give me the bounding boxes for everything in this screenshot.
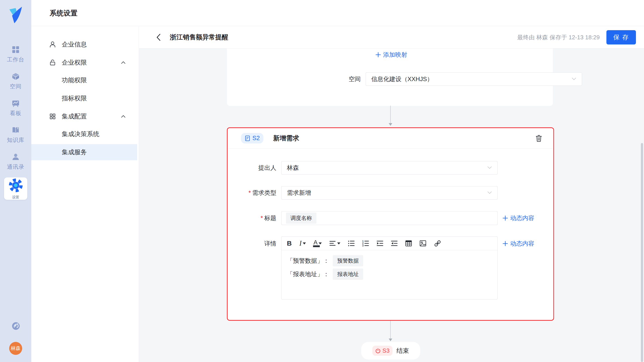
chevron-up-icon (121, 61, 126, 64)
rail-item-workbench[interactable]: 工作台 (0, 46, 31, 63)
plus-icon (376, 52, 381, 57)
app-logo-icon (8, 5, 23, 25)
demand-type-select-value: 需求新增 (287, 189, 311, 197)
proposer-label: 提出人 (228, 164, 281, 172)
detail-field-row: 详情 B I A 123 (228, 236, 553, 299)
rail-item-settings[interactable]: 设置 (4, 178, 27, 200)
indent-icon[interactable] (376, 240, 383, 246)
link-icon[interactable] (434, 240, 441, 247)
sidebar-item-label: 功能权限 (62, 76, 87, 84)
space-select-value: 信息化建设（XXHJS） (371, 75, 433, 83)
ordered-list-icon[interactable]: 123 (362, 240, 369, 246)
delete-node-icon[interactable] (536, 135, 542, 142)
sidebar-item-label: 集成决策系统 (62, 130, 99, 138)
s2-node-title: 新增需求 (273, 134, 299, 143)
s3-node-title: 结束 (396, 347, 409, 355)
editor-line-text: 「报表地址」： (287, 270, 329, 278)
space-field-label: 空间 (227, 75, 366, 83)
bold-icon[interactable]: B (287, 240, 292, 247)
dynamic-content-label: 动态内容 (510, 240, 534, 248)
title-dynamic-content-link[interactable]: 动态内容 (502, 214, 534, 222)
editor-toolbar: B I A 123 (282, 237, 498, 250)
space-icon (12, 72, 20, 80)
demand-type-field-row: *需求类型 需求新增 (228, 186, 553, 199)
image-icon[interactable] (420, 240, 426, 246)
italic-icon[interactable]: I (300, 239, 306, 247)
detail-header-right: 最终由 林森 保存于 12-13 18:29 保 存 (517, 26, 636, 48)
sidebar-item-company-info[interactable]: 企业信息 (31, 38, 139, 51)
app-rail: 工作台 空间 看板 知识库 (0, 0, 31, 362)
vertical-scrollbar[interactable] (641, 143, 643, 362)
rail-item-label: 通讯录 (7, 163, 24, 171)
flow-node-s3-end[interactable]: S3 结束 (361, 342, 420, 360)
editor-variable-chip[interactable]: 预警数据 (333, 255, 363, 266)
title-input[interactable]: 调度名称 (281, 211, 498, 225)
editor-line: 「报表地址」： 报表地址 (287, 269, 492, 280)
flow-title: 浙江销售额异常提醒 (170, 33, 228, 42)
editor-variable-chip[interactable]: 报表地址 (333, 269, 363, 280)
flow-node-card-s1[interactable]: 添加映射 空间 信息化建设（XXHJS） (227, 48, 553, 106)
sidebar-item-function-permission[interactable]: 功能权限 (31, 73, 139, 87)
sidebar-item-integration-decision[interactable]: 集成决策系统 (31, 127, 139, 141)
plus-icon (502, 241, 508, 246)
align-icon[interactable] (330, 240, 340, 246)
sidebar-item-integration-service[interactable]: 集成服务 (31, 146, 139, 159)
rail-item-knowledge[interactable]: 知识库 (0, 126, 31, 144)
add-mapping-link[interactable]: 添加映射 (376, 51, 407, 59)
space-select[interactable]: 信息化建设（XXHJS） (366, 72, 582, 86)
topbar: 系统设置 (31, 0, 644, 26)
add-mapping-label: 添加映射 (383, 51, 407, 59)
title-label: *标题 (228, 214, 281, 222)
support-icon[interactable] (12, 322, 20, 330)
title-variable-chip[interactable]: 调度名称 (286, 212, 316, 224)
dashboard-icon (12, 99, 20, 107)
detail-header-left: 浙江销售额异常提醒 (156, 26, 228, 48)
workbench-icon (12, 46, 20, 54)
unordered-list-icon[interactable] (348, 240, 355, 246)
editor-line: 「预警数据」： 预警数据 (287, 255, 492, 266)
rail-item-label: 工作台 (7, 56, 24, 63)
editor-content[interactable]: 「预警数据」： 预警数据 「报表地址」： 报表地址 (282, 250, 498, 287)
s2-badge-label: S2 (252, 135, 260, 142)
app-root: 工作台 空间 看板 知识库 (0, 0, 644, 362)
s3-badge-label: S3 (382, 347, 390, 354)
rail-item-label: 知识库 (7, 136, 24, 144)
rail-item-contacts[interactable]: 通讯录 (0, 153, 31, 171)
connector-arrow (389, 321, 392, 341)
font-color-icon[interactable]: A (314, 240, 322, 247)
sidebar-item-integration-config[interactable]: 集成配置 (31, 110, 139, 123)
sidebar-item-label: 集成配置 (62, 112, 87, 121)
rail-item-label: 空间 (10, 83, 22, 90)
settings-icon (8, 178, 24, 193)
required-asterisk: * (248, 189, 251, 196)
sidebar-item-label: 集成服务 (62, 148, 87, 157)
save-button[interactable]: 保 存 (606, 30, 636, 44)
sidebar-item-metric-permission[interactable]: 指标权限 (31, 92, 139, 105)
demand-type-select[interactable]: 需求新增 (281, 186, 498, 199)
sidebar-item-label: 指标权限 (62, 94, 87, 103)
power-icon (375, 348, 381, 354)
sidebar-item-company-permission[interactable]: 企业权限 (31, 56, 139, 69)
chevron-down-icon (488, 167, 492, 169)
space-field-row: 空间 信息化建设（XXHJS） (227, 72, 553, 86)
user-avatar[interactable]: 林森 (9, 342, 22, 355)
rail-item-dashboard[interactable]: 看板 (0, 99, 31, 117)
back-button[interactable] (156, 33, 163, 41)
sidebar-item-label: 企业权限 (62, 58, 87, 67)
avatar-initials: 林森 (11, 345, 20, 352)
page-title: 系统设置 (50, 0, 78, 26)
title-field-row: *标题 调度名称 动态内容 (228, 211, 553, 225)
editor-line-text: 「预警数据」： (287, 257, 329, 265)
knowledge-icon (12, 126, 20, 134)
rail-item-space[interactable]: 空间 (0, 72, 31, 90)
dynamic-content-label: 动态内容 (510, 214, 534, 222)
proposer-select[interactable]: 林森 (281, 161, 498, 175)
table-icon[interactable] (405, 240, 412, 246)
svg-text:3: 3 (362, 244, 364, 246)
flow-canvas: 添加映射 空间 信息化建设（XXHJS） (139, 48, 644, 362)
outdent-icon[interactable] (391, 240, 398, 246)
chevron-up-icon (121, 115, 126, 118)
detail-dynamic-content-link[interactable]: 动态内容 (502, 240, 534, 248)
s3-node-badge: S3 (372, 346, 392, 356)
flow-node-card-s2[interactable]: S2 新增需求 提出人 林森 (227, 127, 554, 321)
